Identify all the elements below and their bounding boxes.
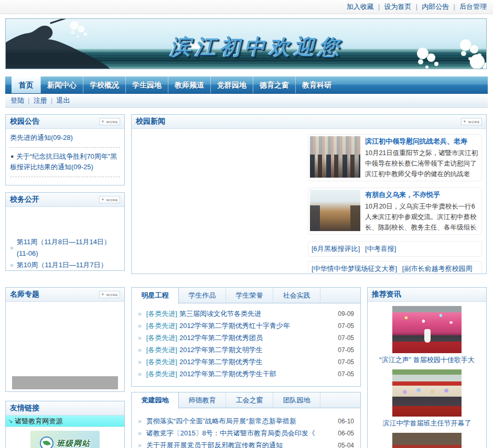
topbar-link-internal-notice[interactable]: 内部公告	[411, 2, 449, 12]
tab-league-garden[interactable]: 团队园地	[273, 392, 320, 408]
list-item-link[interactable]: [各类先进]2012学年第二学期优秀团员	[146, 333, 334, 343]
news-bracket-link[interactable]: [中华情中华梦现场征文大赛]	[312, 265, 397, 272]
page: 加入收藏 设为首页 内部公告 后台管理 滨江初中欢迎您 首页 新闻中心 学校概况…	[0, 0, 493, 448]
flower-decoration	[417, 48, 428, 59]
recommend-caption-link[interactable]: “滨江之声” 首届校园十佳歌手大	[368, 355, 486, 365]
recommend-photo-head-teacher-festival[interactable]	[392, 369, 462, 417]
news-link-group: [6月黑板报评比] [中考喜报]	[308, 241, 482, 257]
tabstrip: 党建园地 师德教育 工会之窗 团队园地	[132, 392, 360, 408]
register-link[interactable]: 注册	[24, 96, 47, 105]
nav-tab-home[interactable]: 首页	[12, 77, 40, 93]
news-thumbnail-group-photo[interactable]	[310, 136, 360, 178]
panel-header: 友情链接	[6, 401, 124, 416]
tab-social-practice[interactable]: 社会实践	[273, 288, 320, 303]
topbar-link-admin[interactable]: 后台管理	[449, 2, 487, 12]
banner-person-silhouette	[6, 18, 111, 69]
nav-tab-news-center[interactable]: 新闻中心	[40, 77, 83, 93]
news-body: 滨江初中领导慰问抗战老兵、老寿 10月21日值重阳节之际，诸暨市滨江初中领导在校…	[132, 129, 486, 274]
recommend-list: “滨江之声” 首届校园十佳歌手大 滨江中学首届班主任节开幕了	[368, 306, 486, 448]
announcement-list: 类先进的通知(09-28) 关于“纪念抗日战争胜利70周年”黑板报评比结果的通知…	[6, 129, 124, 177]
topbar: 加入收藏 设为首页 内部公告 后台管理	[0, 0, 493, 14]
panel-header: 校务公开 + more	[6, 193, 124, 207]
class-website-banner[interactable]: 班级网站	[30, 431, 100, 448]
tab-party-building[interactable]: 党建园地	[132, 392, 179, 409]
topbar-link-add-favorite[interactable]: 加入收藏	[347, 2, 374, 12]
friendly-link-zhuji-education[interactable]: 诸暨教育网资源	[6, 416, 124, 427]
news-thumbnail-meeting-photo[interactable]	[310, 190, 360, 231]
category-tag: [各类先进]	[146, 310, 177, 318]
school-affairs-panel: 校务公开 + more 第11周（11月8日—11月14日）(11-06) 第1…	[5, 192, 125, 271]
panel-title: 校园公告	[10, 117, 39, 126]
news-list: 滨江初中领导慰问抗战老兵、老寿 10月21日值重阳节之际，诸暨市滨江初中领导在校…	[308, 134, 482, 274]
news-item: 滨江初中领导慰问抗战老兵、老寿 10月21日值重阳节之际，诸暨市滨江初中领导在校…	[308, 134, 482, 181]
affairs-link[interactable]: 第11周（11月8日—11月14日）(11-06)	[9, 236, 121, 259]
tab-student-honors[interactable]: 学生荣誉	[226, 288, 273, 303]
list-item-link[interactable]: [各类先进]2012学年第二学期优秀红十字青少年	[146, 321, 334, 331]
panel-header: 推荐资讯	[368, 288, 486, 302]
tab-student-works[interactable]: 学生作品	[179, 288, 226, 303]
category-tag: [各类先进]	[146, 334, 177, 342]
news-title-link[interactable]: 滨江初中领导慰问抗战老兵、老寿	[365, 137, 480, 146]
more-button[interactable]: + more	[99, 196, 120, 203]
list-item-title: 2012学年第二学期文明学生	[179, 346, 263, 354]
news-title-link[interactable]: 有朋自义乌来，不亦悦乎	[365, 190, 480, 200]
nav-tab-party-group[interactable]: 党群园地	[210, 77, 253, 93]
list-item-date: 06-10	[338, 418, 354, 425]
more-button[interactable]: + more	[99, 291, 120, 298]
login-link[interactable]: 登陆	[10, 96, 24, 105]
panel-title: 友情链接	[10, 403, 39, 413]
news-bracket-link[interactable]: [6月黑板报评比]	[312, 245, 360, 253]
login-bar: 登陆 注册 退出	[5, 94, 488, 108]
list-item-title: 2012学年第二学期优秀学生	[179, 358, 263, 366]
nav-tab-moral-education[interactable]: 德育之窗	[253, 77, 295, 93]
news-bracket-link[interactable]: [中考喜报]	[365, 245, 396, 253]
banner-title: 滨江初中欢迎您	[170, 32, 342, 61]
news-text: 滨江初中领导慰问抗战老兵、老寿 10月21日值重阳节之际，诸暨市滨江初中领导在校…	[365, 136, 480, 179]
list-item-link[interactable]: 贯彻落实“四个全面”战略布局开展“新常态新举措新	[146, 417, 334, 426]
list-item-date: 07-05	[338, 370, 354, 378]
recommend-photo-meeting[interactable]	[392, 433, 462, 448]
more-button[interactable]: + more	[99, 118, 120, 125]
party-list: 贯彻落实“四个全面”战略布局开展“新常态新举措新 06-10 诸教党字〔2015…	[132, 408, 360, 448]
logout-link[interactable]: 退出	[47, 96, 70, 105]
announcement-link[interactable]: 关于“纪念抗日战争胜利70周年”黑板报评比结果的通知(09-25)	[10, 148, 120, 177]
main-nav: 首页 新闻中心 学校概况 学生园地 教师频道 党群园地 德育之窗 教育科研	[5, 77, 488, 94]
topbar-link-set-homepage[interactable]: 设为首页	[374, 2, 412, 12]
nav-tab-teacher-channel[interactable]: 教师频道	[168, 77, 210, 93]
list-item-link[interactable]: 关于开展开展党员干部反邪教宣传教育的通知	[146, 441, 334, 448]
tab-star-project[interactable]: 明星工程	[132, 288, 179, 304]
panel-header: 名师专题 + more	[6, 288, 124, 302]
list-item: [各类先进]2012学年第二学期优秀学生 07-05	[132, 356, 360, 368]
list-item-link[interactable]: 诸教党字〔2015〕8号：中共诸暨市教育局委员会印发《	[146, 429, 334, 438]
more-button[interactable]: + more	[461, 118, 482, 125]
affairs-link[interactable]: 第10周（11月1日—11月7日）	[9, 259, 121, 271]
flower-decoration	[460, 39, 471, 51]
nav-tab-school-overview[interactable]: 学校概况	[83, 77, 125, 93]
list-item-link[interactable]: [各类先进]2012学年第二学期文明学生	[146, 345, 334, 355]
panel-header: 校园公告 + more	[6, 115, 124, 129]
list-item: 关于开展开展党员干部反邪教宣传教育的通知 05-04	[132, 439, 360, 448]
recommend-photo-singing-contest[interactable]	[392, 306, 462, 353]
list-item-date: 07-05	[338, 322, 354, 330]
list-item-date: 05-04	[338, 442, 354, 448]
list-item-title: 2012学年第二学期优秀红十字青少年	[179, 322, 290, 330]
panel-header: 校园新闻 + more	[132, 115, 486, 129]
tab-union-window[interactable]: 工会之窗	[226, 392, 273, 408]
list-item-link[interactable]: [各类先进]第三届阅读文化节各类先进	[146, 309, 334, 319]
list-item-link[interactable]: [各类先进]2012学年第二学期优秀学生干部	[146, 369, 334, 379]
flower-decoration	[470, 54, 485, 69]
panel-title: 校务公开	[10, 195, 39, 204]
nav-tab-education-research[interactable]: 教育科研	[295, 77, 338, 93]
star-list: [各类先进]第三届阅读文化节各类先进 09-09 [各类先进]2012学年第二学…	[132, 303, 360, 380]
list-item-date: 06-05	[338, 430, 354, 437]
recommend-caption-link[interactable]: 滨江中学首届班主任节开幕了	[368, 418, 486, 429]
recommended-info-panel: 推荐资讯 “滨江之声” 首届校园十佳歌手大 滨江中学首届班主任节开幕了	[367, 287, 487, 448]
tab-teacher-ethics[interactable]: 师德教育	[179, 392, 226, 408]
announcement-link[interactable]: 类先进的通知(09-28)	[10, 129, 120, 148]
campus-news-panel: 校园新闻 + more 滨江初中领导慰问抗战老兵、老寿 10月21日值重阳节之际…	[131, 114, 487, 274]
school-logo-icon	[40, 436, 53, 448]
list-item-date: 07-05	[338, 334, 354, 342]
nav-tab-student-garden[interactable]: 学生园地	[125, 77, 168, 93]
friendly-links-panel: 友情链接 诸暨教育网资源 班级网站	[5, 401, 125, 448]
list-item-link[interactable]: [各类先进]2012学年第二学期优秀学生	[146, 357, 334, 367]
